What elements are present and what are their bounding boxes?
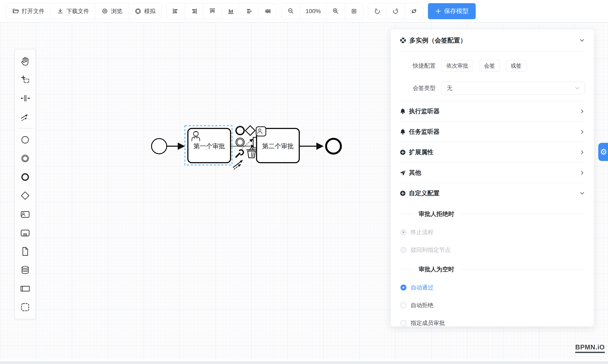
zoom-out-icon [287,8,294,15]
section-custom-config[interactable]: 自定义配置 [400,183,585,203]
quick-config-sequential-button[interactable]: 依次审批 [441,60,473,71]
preview-label: 浏览 [111,7,122,15]
radio-auto-approve[interactable]: 自动通过 [400,279,585,296]
zoom-out-button[interactable] [282,4,300,19]
radio-circle[interactable] [400,302,406,308]
bottom-scrollbar[interactable] [0,361,608,364]
bpmn-io-logo[interactable]: BPMN.iO [575,343,605,353]
align-button-group [166,3,277,19]
chevron-right-icon [580,129,585,135]
section-extended-properties[interactable]: 扩展属性 [400,142,585,162]
space-tool-icon [20,93,31,104]
radio-label: 指定成员审批 [411,319,445,327]
palette-create-end-event[interactable] [14,168,36,186]
radio-circle[interactable] [400,320,406,326]
palette-separator [17,128,33,129]
plus-icon [435,8,441,14]
open-file-button[interactable]: 打开文件 [6,4,51,19]
redo-icon [392,8,399,15]
palette-space-tool[interactable] [14,89,36,107]
zoom-in-icon [332,8,339,15]
redo-button[interactable] [386,4,405,19]
radio-terminate-process[interactable]: 终止流程 [400,223,585,241]
align-right-icon [190,8,198,15]
radio-return-to-node[interactable]: 驳回到指定节点 [400,241,585,259]
align-left-button[interactable] [167,4,185,19]
lasso-icon [20,74,31,85]
save-model-label: 保存模型 [444,7,469,15]
radio-circle[interactable] [400,247,406,253]
palette-create-start-event[interactable] [14,130,36,149]
intermediate-event-icon [20,153,31,164]
panel-header[interactable]: 多实例（会签配置） [400,29,585,52]
gear-icon: ⚙ [600,147,607,156]
fit-viewport-button[interactable] [345,4,363,19]
palette-create-data-store[interactable] [14,261,36,279]
palette-global-connect-tool[interactable] [14,107,36,126]
justify-center-button[interactable] [240,4,258,19]
quick-config-orsign-button[interactable]: 或签 [506,60,527,71]
justify-center-icon [246,8,253,15]
download-file-label: 下载文件 [66,7,89,15]
plus-circle-icon [400,149,406,156]
radio-assign-member[interactable]: 指定成员审批 [400,314,585,327]
palette-create-intermediate-event[interactable] [14,149,36,168]
section-task-listener[interactable]: 任务监听器 [400,121,585,142]
reset-icon-button[interactable] [405,4,423,19]
sign-type-select[interactable]: 无 [441,81,585,95]
data-object-icon [20,246,31,257]
sign-type-label: 会签类型 [400,84,436,92]
radio-auto-reject[interactable]: 自动拒绝 [400,296,585,314]
align-bottom-button[interactable] [222,4,240,19]
gateway-icon [20,190,31,201]
reject-group-title: 审批人拒绝时 [419,210,454,218]
settings-side-tab[interactable]: ⚙ [598,143,608,161]
top-toolbar: 打开文件 下载文件 浏览 模拟 [0,0,608,22]
simulate-button[interactable]: 模拟 [128,4,161,19]
section-other[interactable]: 其他 [400,162,585,183]
connect-arrows-icon [20,111,31,122]
open-file-label: 打开文件 [22,7,45,15]
align-right-button[interactable] [185,4,203,19]
align-top-button[interactable] [203,4,222,19]
bpmn-io-logo-text: BPMN.iO [575,343,605,351]
radio-circle[interactable] [400,285,406,290]
palette-create-subprocess[interactable] [14,223,36,242]
palette-create-user-task[interactable] [14,205,36,223]
simulate-chip-icon [134,8,142,15]
preview-button[interactable]: 浏览 [95,4,128,19]
section-label: 任务监听器 [409,128,440,136]
undo-icon [374,8,381,15]
palette-create-gateway[interactable] [14,186,36,205]
participant-pool-icon [20,283,31,294]
hand-icon [20,56,31,66]
user-task-icon [20,209,31,220]
chevron-down-icon [580,191,585,196]
palette-create-group[interactable] [14,298,36,316]
chevron-down-icon[interactable] [579,37,585,43]
section-execution-listener[interactable]: 执行监听器 [400,101,585,121]
radio-circle[interactable] [400,229,406,235]
quick-config-countersign-button[interactable]: 会签 [479,60,500,71]
download-icon [57,8,64,15]
palette-hand-tool[interactable] [14,52,36,70]
folder-open-icon [12,8,19,15]
zoom-button-group: 100% [281,3,363,19]
save-model-button[interactable]: 保存模型 [428,3,476,19]
palette-create-participant[interactable] [14,279,36,298]
sign-type-value: 无 [447,84,452,92]
bell-icon [400,129,406,135]
panel-title: 多实例（会签配置） [409,36,466,45]
radio-label: 自动通过 [411,284,434,291]
properties-panel: 多实例（会签配置） 快捷配置 依次审批 会签 或签 会签类型 无 [391,29,594,327]
multi-instance-pie-icon [400,37,406,44]
zoom-in-button[interactable] [327,4,345,19]
undo-button[interactable] [368,4,386,19]
zoom-level-value[interactable]: 100% [300,4,327,19]
download-file-button[interactable]: 下载文件 [51,4,95,19]
palette-create-data-object[interactable] [14,242,36,261]
distribute-vertical-button[interactable] [258,4,277,19]
chevron-right-icon [580,109,585,114]
palette-lasso-tool[interactable] [14,70,36,89]
data-store-icon [20,264,31,275]
